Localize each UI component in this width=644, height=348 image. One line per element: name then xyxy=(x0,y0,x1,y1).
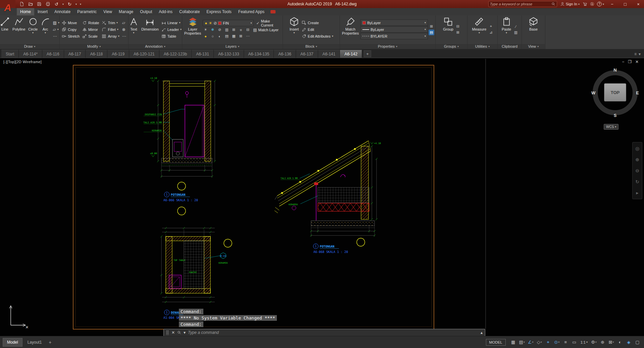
layer-prev-icon[interactable]: ▤ xyxy=(224,33,230,39)
undo-icon[interactable]: ↺ xyxy=(54,1,59,7)
layer-state-icon[interactable]: ☀ xyxy=(203,27,208,33)
detail-bubble[interactable] xyxy=(357,238,365,246)
object-snap-tracking-icon[interactable]: ⌖ xyxy=(544,338,552,346)
navbar-more-icon[interactable]: ▸ xyxy=(636,190,638,195)
object-snap-icon[interactable]: ⊙▾ xyxy=(553,338,561,346)
file-tab[interactable]: A6-119 xyxy=(107,50,129,58)
file-tab[interactable]: A6-118 xyxy=(86,50,107,58)
layer-bulb-icon[interactable]: ● xyxy=(203,33,208,39)
new-file-icon[interactable] xyxy=(19,1,24,7)
tab-list-icon[interactable]: ≡ xyxy=(634,52,637,56)
workspace-gear-icon[interactable]: ⚙▾ xyxy=(590,338,598,346)
annotation-scale-button[interactable]: 1:1▾ xyxy=(579,340,589,344)
erase-button[interactable]: ▱ xyxy=(121,19,127,26)
tab-express-tools[interactable]: Express Tools xyxy=(203,8,235,15)
object-color-dropdown[interactable]: ByLayer▾ xyxy=(360,19,428,26)
snap-mode-icon[interactable]: ▤▾ xyxy=(518,338,526,346)
panel-title-annotation[interactable]: Annotation▾ xyxy=(129,43,182,49)
panel-title-clipboard[interactable]: Clipboard xyxy=(498,43,522,49)
zoom-out-icon[interactable]: ⊖ xyxy=(635,168,639,173)
save-icon[interactable] xyxy=(36,1,42,7)
redo-icon[interactable]: ↻ xyxy=(67,1,72,7)
viewcube-north[interactable]: N xyxy=(613,68,616,73)
layer-isolate-icon[interactable]: ◐ xyxy=(217,33,222,39)
open-file-icon[interactable] xyxy=(28,1,33,7)
steering-wheel-icon[interactable]: ◎ xyxy=(635,146,639,151)
new-layout-button[interactable]: + xyxy=(47,340,53,345)
detail-bubble[interactable] xyxy=(178,207,186,215)
file-tab[interactable]: A6-120-121 xyxy=(129,50,159,58)
panel-title-draw[interactable]: Draw▾ xyxy=(0,43,59,49)
model-space-tab[interactable]: Model xyxy=(3,338,22,347)
selection-cycling-icon[interactable]: ▭ xyxy=(571,338,578,346)
tab-manage[interactable]: Manage xyxy=(115,8,137,15)
panel-title-groups[interactable]: Groups▾ xyxy=(436,43,467,49)
viewcube-south[interactable]: S xyxy=(614,113,617,118)
search-icon[interactable] xyxy=(551,2,555,6)
panel-title-layers[interactable]: Layers▾ xyxy=(182,43,283,49)
block-edit-button[interactable]: Edit xyxy=(301,26,334,33)
panel-title-utilities[interactable]: Utilities▾ xyxy=(467,43,497,49)
list-icon[interactable]: ▤ xyxy=(429,30,434,35)
hatch-button[interactable]: ▨▾ xyxy=(52,19,60,26)
insert-button[interactable]: Insert▾ xyxy=(288,16,300,43)
help-button[interactable]: ?▾ xyxy=(597,2,604,6)
linear-button[interactable]: Linear▾ xyxy=(160,19,183,26)
file-tab[interactable]: A6-137 xyxy=(296,50,318,58)
zoom-in-icon[interactable]: ⊕ xyxy=(635,157,639,162)
app-store-button[interactable] xyxy=(583,2,587,6)
layout1-tab[interactable]: Layout1 xyxy=(23,338,46,347)
command-line[interactable]: ✕ ▾ ▴ xyxy=(163,329,485,336)
linetype-dropdown[interactable]: BYLAYER▾ xyxy=(360,33,428,39)
tab-view[interactable]: View xyxy=(100,8,115,15)
layer-iso-icon[interactable]: ▥ xyxy=(224,27,230,33)
tab-parametric[interactable]: Parametric xyxy=(74,8,100,15)
polar-tracking-icon[interactable]: ∠▾ xyxy=(527,338,535,346)
command-search-icon[interactable] xyxy=(177,331,181,335)
tab-featured-apps[interactable]: Featured Apps xyxy=(235,8,268,15)
search-box[interactable] xyxy=(488,1,557,7)
group-button[interactable]: Group xyxy=(442,16,454,43)
search-input[interactable] xyxy=(490,2,550,6)
rotate-button[interactable]: Rotate xyxy=(81,19,100,26)
maximize-button[interactable]: □ xyxy=(620,0,630,8)
file-tab[interactable]: A6-117 xyxy=(64,50,86,58)
scale-button[interactable]: Scale xyxy=(81,33,100,39)
layer-merge-icon[interactable]: ⊞ xyxy=(231,27,237,33)
file-tab[interactable]: A6-114* xyxy=(19,50,42,58)
layer-lock2-icon[interactable]: ⊠ xyxy=(238,33,244,39)
tab-output[interactable]: Output xyxy=(137,8,155,15)
command-close-icon[interactable]: ✕ xyxy=(171,330,175,335)
move-button[interactable]: Move xyxy=(61,19,81,26)
viewcube[interactable]: N W E S TOP xyxy=(590,68,640,118)
viewcube-top-face[interactable]: TOP xyxy=(604,83,626,101)
layer-off-icon[interactable]: ⊟ xyxy=(245,27,251,33)
annotation-monitor-icon[interactable]: ⊕ xyxy=(599,338,606,346)
file-tab[interactable]: A6-141 xyxy=(318,50,340,58)
circle-button[interactable]: Circle▾ xyxy=(27,16,39,43)
modify-more-button[interactable]: ⋯ xyxy=(121,33,127,39)
isometric-drafting-icon[interactable]: ◇▾ xyxy=(536,338,543,346)
array-button[interactable]: Array▾ xyxy=(101,33,120,39)
file-tab[interactable]: A6-131 xyxy=(192,50,214,58)
layer-properties-button[interactable]: Layer Properties xyxy=(183,16,202,43)
autodesk-exchange-button[interactable]: Ⓐ xyxy=(590,2,594,7)
plot-icon[interactable] xyxy=(45,1,51,7)
grid-icon[interactable]: ▦ xyxy=(509,338,517,346)
lineweight-dropdown[interactable]: ByLayer▾ xyxy=(360,26,428,33)
edit-attributes-button[interactable]: Edit Attributes▾ xyxy=(301,33,334,39)
command-input[interactable] xyxy=(188,330,478,335)
file-tab[interactable]: A6-116 xyxy=(42,50,64,58)
viewcube-east[interactable]: E xyxy=(636,90,639,95)
graphics-performance-icon[interactable]: ◈ xyxy=(625,338,633,346)
polyline-button[interactable]: Polyline xyxy=(11,16,27,43)
layer-grid-icon[interactable]: ▦ xyxy=(231,33,237,39)
tab-addins[interactable]: Add-ins xyxy=(155,8,176,15)
group-edit-icon[interactable]: ⊞ xyxy=(455,30,461,35)
panel-title-view[interactable]: View▾ xyxy=(522,43,545,49)
paste-button[interactable]: Paste▾ xyxy=(501,16,512,43)
properties-palette-icon[interactable]: ⊞ xyxy=(429,24,434,29)
base-button[interactable]: Base xyxy=(528,16,539,43)
tab-insert[interactable]: Insert xyxy=(34,8,51,15)
lineweight-icon[interactable]: ≡ xyxy=(562,338,569,346)
